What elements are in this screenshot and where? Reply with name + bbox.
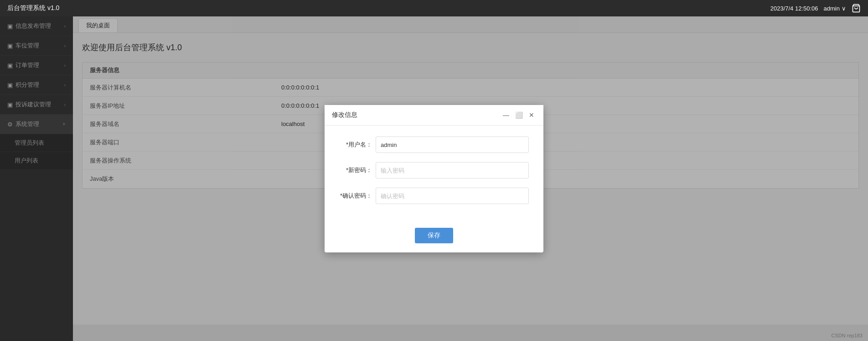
form-row-confirm-password: *确认密码： — [339, 188, 529, 204]
modal-title: 修改信息 — [332, 111, 357, 119]
chevron-down-icon: ∨ — [842, 5, 846, 12]
username-label: *用户名： — [339, 141, 376, 149]
save-button[interactable]: 保存 — [415, 228, 453, 243]
username-input[interactable] — [376, 136, 529, 153]
new-password-input[interactable] — [376, 162, 529, 178]
app-title: 后台管理系统 v1.0 — [7, 4, 59, 12]
admin-menu[interactable]: admin ∨ — [824, 5, 846, 12]
edit-info-modal: 修改信息 — ⬜ ✕ *用户名： *新密码： *确认密码： 保存 — [325, 105, 543, 252]
modal-header: 修改信息 — ⬜ ✕ — [325, 105, 543, 126]
maximize-button[interactable]: ⬜ — [514, 110, 523, 120]
header: 后台管理系统 v1.0 2023/7/4 12:50:06 admin ∨ — [0, 0, 868, 16]
datetime: 2023/7/4 12:50:06 — [770, 5, 818, 12]
close-button[interactable]: ✕ — [527, 110, 536, 120]
modal-footer: 保存 — [325, 222, 543, 252]
new-password-label: *新密码： — [339, 166, 376, 174]
form-row-new-password: *新密码： — [339, 162, 529, 178]
minimize-button[interactable]: — — [501, 110, 511, 120]
confirm-password-input[interactable] — [376, 188, 529, 204]
modal-controls: — ⬜ ✕ — [501, 110, 536, 120]
header-right: 2023/7/4 12:50:06 admin ∨ — [770, 4, 861, 13]
confirm-password-label: *确认密码： — [339, 192, 376, 200]
cart-icon[interactable] — [852, 4, 861, 13]
modal-overlay: 修改信息 — ⬜ ✕ *用户名： *新密码： *确认密码： 保存 — [0, 16, 868, 341]
form-row-username: *用户名： — [339, 136, 529, 153]
admin-label: admin — [824, 5, 840, 12]
modal-body: *用户名： *新密码： *确认密码： — [325, 126, 543, 222]
